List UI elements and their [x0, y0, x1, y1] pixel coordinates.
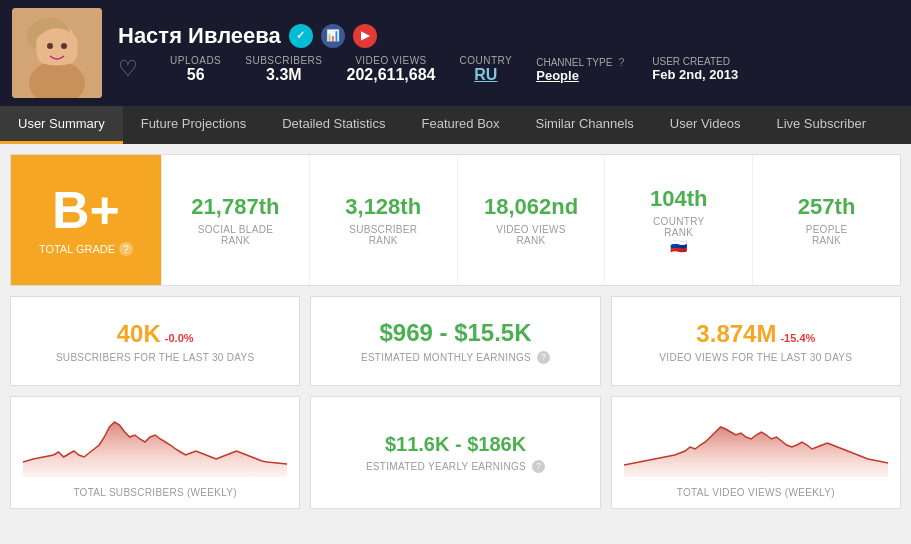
subscribers-chart-box: TOTAL SUBSCRIBERS (WEEKLY)	[10, 396, 300, 509]
subscribers-change: -0.0%	[165, 332, 194, 344]
rank-items: 21,787th SOCIAL BLADE RANK 3,128th SUBSC…	[161, 155, 900, 285]
video-views-chart-box: TOTAL VIDEO VIEWS (WEEKLY)	[611, 396, 901, 509]
header: Настя Ивлеева ✓ 📊 ▶ ♡ UPLOADS 56 SUBSCRI…	[0, 0, 911, 106]
subscribers-30d-label: SUBSCRIBERS FOR THE LAST 30 DAYS	[56, 352, 255, 363]
rank-country: 104th COUNTRY RANK 🇷🇺	[604, 155, 752, 285]
user-created-meta: USER CREATED Feb 2nd, 2013	[652, 56, 738, 82]
video-views-change: -15.4%	[780, 332, 815, 344]
channel-type-meta: CHANNEL TYPE ? People	[536, 56, 624, 83]
monthly-earnings-q[interactable]: ?	[537, 351, 550, 364]
video-views-chart-label: TOTAL VIDEO VIEWS (WEEKLY)	[624, 487, 888, 498]
heart-icon[interactable]: ♡	[118, 56, 138, 82]
video-views-stat: VIDEO VIEWS 202,611,684	[346, 55, 435, 84]
monthly-earnings-value: $969 - $15.5K	[379, 319, 531, 347]
grade-box: B+ TOTAL GRADE ?	[11, 155, 161, 285]
subscribers-30d-box: 40K-0.0% SUBSCRIBERS FOR THE LAST 30 DAY…	[10, 296, 300, 386]
yearly-earnings-box: $11.6K - $186K ESTIMATED YEARLY EARNINGS…	[310, 396, 600, 509]
country-stat: COUNTRY RU	[459, 55, 512, 84]
nav-tabs: User Summary Future Projections Detailed…	[0, 106, 911, 144]
grade-question-icon[interactable]: ?	[119, 242, 133, 256]
rank-people: 257th PEOPLE RANK	[752, 155, 900, 285]
verified-icon[interactable]: ✓	[289, 24, 313, 48]
ranks-row: B+ TOTAL GRADE ? 21,787th SOCIAL BLADE R…	[10, 154, 901, 286]
video-views-30d-value: 3.874M-15.4%	[696, 320, 815, 348]
tab-user-videos[interactable]: User Videos	[652, 106, 759, 144]
monthly-earnings-box: $969 - $15.5K ESTIMATED MONTHLY EARNINGS…	[310, 296, 600, 386]
tab-user-summary[interactable]: User Summary	[0, 106, 123, 144]
yearly-earnings-value: $11.6K - $186K	[385, 433, 526, 456]
tab-similar-channels[interactable]: Similar Channels	[518, 106, 652, 144]
tab-future-projections[interactable]: Future Projections	[123, 106, 265, 144]
video-views-30d-label: VIDEO VIEWS FOR THE LAST 30 DAYS	[659, 352, 852, 363]
video-views-chart-svg	[624, 407, 888, 477]
monthly-earnings-label: ESTIMATED MONTHLY EARNINGS ?	[361, 351, 550, 364]
subscribers-stat: SUBSCRIBERS 3.3M	[245, 55, 322, 84]
tab-featured-box[interactable]: Featured Box	[404, 106, 518, 144]
video-views-30d-box: 3.874M-15.4% VIDEO VIEWS FOR THE LAST 30…	[611, 296, 901, 386]
rank-subscriber: 3,128th SUBSCRIBER RANK	[309, 155, 457, 285]
channel-name-row: Настя Ивлеева ✓ 📊 ▶	[118, 23, 899, 49]
country-flag: 🇷🇺	[670, 238, 687, 254]
uploads-stat: UPLOADS 56	[170, 55, 221, 84]
channel-meta: CHANNEL TYPE ? People USER CREATED Feb 2…	[536, 56, 738, 83]
stats-boxes: 40K-0.0% SUBSCRIBERS FOR THE LAST 30 DAY…	[10, 296, 901, 386]
subscribers-chart-svg	[23, 407, 287, 477]
stats-icon[interactable]: 📊	[321, 24, 345, 48]
channel-type-q[interactable]: ?	[618, 56, 624, 68]
grade-letter: B+	[52, 184, 120, 236]
tab-live-subscriber[interactable]: Live Subscriber	[758, 106, 884, 144]
rank-social-blade: 21,787th SOCIAL BLADE RANK	[161, 155, 309, 285]
subscribers-30d-value: 40K-0.0%	[117, 320, 194, 348]
video-icon[interactable]: ▶	[353, 24, 377, 48]
rank-video-views: 18,062nd VIDEO VIEWS RANK	[457, 155, 605, 285]
svg-point-4	[47, 43, 53, 49]
channel-name-text: Настя Ивлеева	[118, 23, 281, 49]
grade-label: TOTAL GRADE ?	[39, 242, 133, 256]
main-content: B+ TOTAL GRADE ? 21,787th SOCIAL BLADE R…	[0, 144, 911, 519]
stats-row: ♡ UPLOADS 56 SUBSCRIBERS 3.3M VIDEO VIEW…	[118, 55, 899, 84]
chart-boxes: TOTAL SUBSCRIBERS (WEEKLY) $11.6K - $186…	[10, 396, 901, 509]
channel-info: Настя Ивлеева ✓ 📊 ▶ ♡ UPLOADS 56 SUBSCRI…	[118, 23, 899, 84]
avatar	[12, 8, 102, 98]
tab-detailed-statistics[interactable]: Detailed Statistics	[264, 106, 403, 144]
subscribers-chart-label: TOTAL SUBSCRIBERS (WEEKLY)	[23, 487, 287, 498]
svg-point-5	[61, 43, 67, 49]
yearly-earnings-q[interactable]: ?	[532, 460, 545, 473]
yearly-earnings-label: ESTIMATED YEARLY EARNINGS ?	[366, 460, 545, 473]
